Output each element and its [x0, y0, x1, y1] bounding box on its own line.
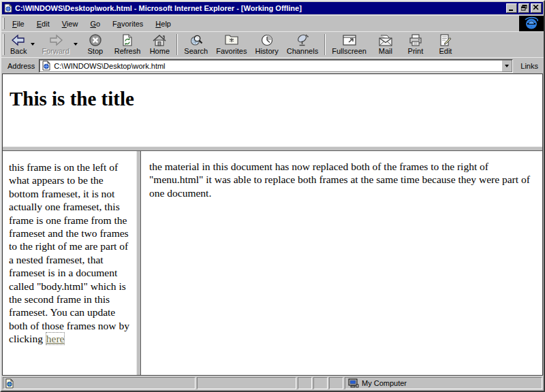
frame-menu: this frame is on the left of what appear…	[3, 151, 136, 375]
page-title: This is the title	[10, 88, 542, 110]
back-icon	[11, 33, 26, 47]
toolbar: BackForwardStopRefreshHomeSearchFavorite…	[1, 31, 544, 57]
frame-document-text: the material in this document has now re…	[149, 161, 530, 199]
toolbar-button-back[interactable]: Back	[6, 32, 37, 57]
toolbar-button-edit[interactable]: Edit	[431, 32, 461, 57]
toolbar-separator	[324, 34, 326, 55]
fullscreen-icon	[342, 33, 357, 47]
status-message-pane	[3, 377, 196, 389]
security-zone-label: My Computer	[362, 379, 407, 387]
home-icon	[152, 33, 167, 47]
update-frames-link[interactable]: here	[46, 332, 65, 345]
document-icon	[5, 378, 14, 389]
menu-item-view[interactable]: View	[56, 18, 84, 30]
toolbar-button-label: Back	[10, 47, 27, 55]
toolbar-button-label: Search	[184, 47, 208, 55]
ie-document-icon	[3, 3, 13, 13]
toolbar-button-label: Home	[150, 47, 170, 55]
toolbar-button-label: Refresh	[114, 47, 141, 55]
status-pane	[329, 377, 343, 389]
toolbar-button-refresh[interactable]: Refresh	[110, 32, 145, 57]
toolbar-button-fullscreen[interactable]: Fullscreen	[328, 32, 371, 57]
frame-menu-text: this frame is on the left of what appear…	[9, 161, 129, 344]
menubar-grip[interactable]	[3, 18, 5, 29]
status-pane	[313, 377, 328, 389]
address-dropdown-button[interactable]	[501, 60, 512, 72]
toolbar-button-label: History	[255, 47, 278, 55]
toolbar-separator	[176, 34, 178, 55]
toolbar-button-print[interactable]: Print	[401, 32, 431, 57]
frame-horizontal-divider[interactable]	[3, 146, 542, 151]
toolbar-button-label: Edit	[439, 47, 452, 55]
menu-item-go[interactable]: Go	[84, 18, 106, 30]
history-icon	[260, 33, 274, 47]
status-bar: My Computer	[1, 376, 544, 391]
toolbar-button-label: Print	[408, 47, 424, 55]
menu-item-help[interactable]: Help	[149, 18, 177, 30]
refresh-icon	[121, 33, 134, 47]
address-bar: Address Links	[1, 57, 544, 74]
toolbar-grip[interactable]	[3, 34, 5, 55]
frame-top: This is the title	[3, 74, 542, 146]
address-input[interactable]	[54, 61, 501, 71]
forward-dropdown-arrow[interactable]	[74, 43, 78, 46]
address-label: Address	[7, 62, 35, 70]
menu-item-favorites[interactable]: Favorites	[106, 18, 149, 30]
print-icon	[408, 33, 423, 47]
toolbar-button-history[interactable]: History	[251, 32, 282, 57]
browser-window: C:\WINDOWS\Desktop\work.html - Microsoft…	[0, 0, 545, 392]
links-toolbar-label[interactable]: Links	[520, 62, 538, 70]
toolbar-button-home[interactable]: Home	[144, 32, 174, 57]
window-title: C:\WINDOWS\Desktop\work.html - Microsoft…	[15, 4, 506, 12]
address-field[interactable]	[39, 59, 513, 73]
menu-bar: FileEditViewGoFavoritesHelp	[1, 15, 544, 31]
status-pane	[298, 377, 312, 389]
search-icon	[189, 33, 203, 47]
toolbar-button-stop[interactable]: Stop	[80, 32, 110, 57]
toolbar-button-mail[interactable]: Mail	[371, 32, 401, 57]
page-content: This is the title this frame is on the l…	[2, 74, 543, 376]
restore-button[interactable]	[518, 3, 529, 13]
title-bar[interactable]: C:\WINDOWS\Desktop\work.html - Microsoft…	[2, 2, 543, 14]
toolbar-button-label: Stop	[87, 47, 103, 55]
stop-icon	[89, 33, 102, 47]
toolbar-button-channels[interactable]: Channels	[283, 32, 322, 57]
toolbar-button-search[interactable]: Search	[180, 32, 212, 57]
toolbar-button-label: Fullscreen	[332, 47, 367, 55]
mail-icon	[378, 33, 393, 47]
menu-item-edit[interactable]: Edit	[31, 18, 56, 30]
menu-item-file[interactable]: File	[6, 18, 31, 30]
channels-icon	[296, 33, 309, 47]
back-dropdown-arrow[interactable]	[31, 43, 35, 46]
internet-explorer-logo	[519, 16, 544, 31]
toolbar-button-label: Favorites	[216, 47, 247, 55]
my-computer-icon	[348, 378, 359, 388]
status-pane	[197, 377, 296, 389]
toolbar-button-label: Forward	[42, 47, 69, 55]
minimize-button[interactable]	[506, 3, 517, 13]
security-zone-pane: My Computer	[345, 377, 542, 389]
toolbar-button-label: Channels	[287, 47, 318, 55]
toolbar-button-label: Mail	[379, 47, 392, 55]
favorites-icon	[224, 33, 239, 47]
toolbar-button-favorites[interactable]: Favorites	[212, 32, 251, 57]
toolbar-button-forward[interactable]: Forward	[37, 32, 80, 57]
close-button[interactable]	[531, 3, 542, 13]
frame-document: the material in this document has now re…	[141, 151, 542, 375]
frame-vertical-divider[interactable]	[136, 151, 141, 375]
edit-icon	[439, 33, 452, 47]
forward-icon	[48, 33, 63, 47]
ie-document-icon	[42, 61, 51, 71]
